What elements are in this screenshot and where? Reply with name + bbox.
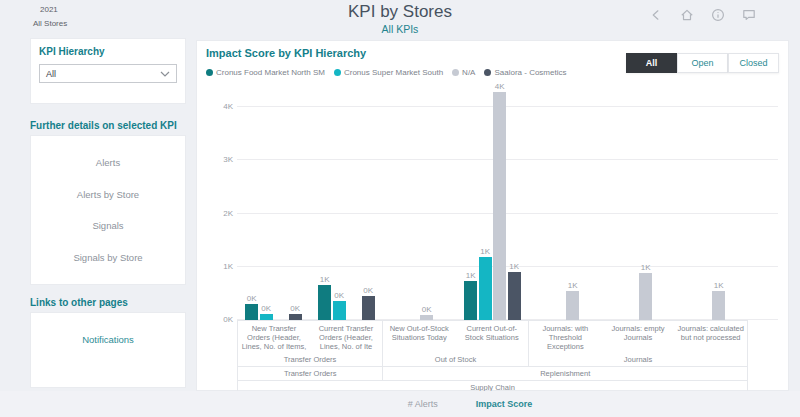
bar-value-label: 1K <box>568 281 578 290</box>
bar-slot: 0K <box>259 304 274 320</box>
header: 2021 All Stores KPI by Stores All KPIs <box>0 0 800 38</box>
detail-link-alerts-by-store[interactable]: Alerts by Store <box>31 189 185 200</box>
y-axis-tick-0K: 0K <box>211 315 233 324</box>
bar-slot: 0K <box>361 286 376 320</box>
axis-band-label: Out of Stock <box>383 354 528 366</box>
category-label-2: New Out-of-Stock Situations Today <box>383 321 456 354</box>
bar-3-3[interactable] <box>508 272 521 320</box>
bar-value-label: 1K <box>320 275 330 284</box>
bar-2-6[interactable] <box>712 291 725 320</box>
category-label-0: New Transfer Orders (Header, Lines, No. … <box>238 321 310 354</box>
bar-2-4[interactable] <box>566 291 579 320</box>
bar-slot: 1K <box>507 262 522 320</box>
page-subtitle: All KPIs <box>0 23 800 35</box>
detail-link-signals[interactable]: Signals <box>31 220 185 231</box>
legend-dot-icon <box>484 69 491 76</box>
bar-slot: 0K <box>420 305 435 320</box>
category-hierarchy-axis: New Transfer Orders (Header, Lines, No. … <box>237 320 748 396</box>
home-icon[interactable] <box>680 8 694 22</box>
bar-0-0[interactable] <box>245 304 258 320</box>
kpi-hierarchy-dropdown[interactable]: All <box>39 64 177 83</box>
bar-1-3[interactable] <box>479 257 492 320</box>
axis-level1-row: Transfer OrdersReplenishment <box>237 366 748 380</box>
axis-group-transfer-orders: New Transfer Orders (Header, Lines, No. … <box>237 321 383 366</box>
leaf-label-row: New Out-of-Stock Situations TodayCurrent… <box>383 321 528 354</box>
bar-slot: 1K <box>712 281 727 320</box>
impact-score-chart-card: Impact Score by KPI Hierarchy Cronus Foo… <box>196 40 789 391</box>
bar-0-1[interactable] <box>318 285 331 320</box>
bar-slot: 1K <box>478 247 493 320</box>
further-details-card: AlertsAlerts by StoreSignalsSignals by S… <box>30 135 186 285</box>
axis-band-label: Transfer Orders <box>238 354 382 366</box>
legend-dot-icon <box>206 69 213 76</box>
category-label-1: Current Transfer Orders (Header, Lines, … <box>310 321 382 354</box>
back-icon[interactable] <box>650 8 663 22</box>
axis-band-replenishment: Replenishment <box>383 367 747 380</box>
axis-group-out-of-stock: New Out-of-Stock Situations TodayCurrent… <box>383 321 529 366</box>
bar-slot: 1K <box>566 281 581 320</box>
chart-bar-groups: 0K0K0K1K0K0K0K1K1K4K1K1K1K1K <box>237 86 748 320</box>
leaf-label-row: Journals: with Threshold ExceptionsJourn… <box>529 321 747 354</box>
leaf-label-row: New Transfer Orders (Header, Lines, No. … <box>238 321 382 354</box>
legend-item-0[interactable]: Cronus Food Market North SM <box>206 68 325 77</box>
kpi-hierarchy-card: KPI Hierarchy All <box>30 38 186 104</box>
footer-tab--alerts[interactable]: # Alerts <box>408 399 438 409</box>
y-axis-tick-4K: 4K <box>211 102 233 111</box>
bar-value-label: 0K <box>363 286 373 295</box>
category-label-6: Journals: calculated but not processed <box>674 321 747 354</box>
filter-button-all[interactable]: All <box>626 53 677 73</box>
bar-slot: 0K <box>288 304 303 320</box>
bar-slot: 1K <box>639 263 654 320</box>
filter-button-open[interactable]: Open <box>677 53 728 73</box>
y-axis-tick-1K: 1K <box>211 262 233 271</box>
bar-value-label: 0K <box>247 294 257 303</box>
chevron-down-icon <box>160 71 170 77</box>
links-title: Links to other pages <box>30 297 186 308</box>
bar-slot: 1K <box>318 275 333 320</box>
axis-group-journals: Journals: with Threshold ExceptionsJourn… <box>529 321 748 366</box>
bar-value-label: 1K <box>480 247 490 256</box>
legend-dot-icon <box>334 69 341 76</box>
info-icon[interactable] <box>711 8 725 22</box>
bar-value-label: 0K <box>334 291 344 300</box>
bar-value-label: 4K <box>495 82 505 91</box>
bar-group-2: 0K <box>383 86 456 320</box>
comment-icon[interactable] <box>742 8 756 22</box>
footer-tab-bar: # AlertsImpact Score <box>0 391 800 417</box>
bar-value-label: 0K <box>261 304 271 313</box>
legend-item-2[interactable]: N/A <box>452 68 475 77</box>
legend-label: Saalora - Cosmetics <box>494 68 566 77</box>
bar-slot: 0K <box>245 294 260 320</box>
bar-2-5[interactable] <box>639 273 652 320</box>
chart-plot-area: 0K1K2K3K4K 0K0K0K1K0K0K0K1K1K4K1K1K1K1K <box>237 86 778 320</box>
bar-group-6: 1K <box>675 86 748 320</box>
category-label-3: Current Out-of-Stock Situations <box>456 321 529 354</box>
bar-value-label: 1K <box>641 263 651 272</box>
bar-3-1[interactable] <box>362 296 375 320</box>
bar-2-3[interactable] <box>493 92 506 320</box>
bar-group-3: 1K1K4K1K <box>456 86 529 320</box>
bar-slot: 4K <box>493 82 508 320</box>
kpi-hierarchy-title: KPI Hierarchy <box>39 46 177 57</box>
kpi-hierarchy-selected-value: All <box>46 69 56 79</box>
axis-band-transfer-orders: Transfer Orders <box>238 367 383 380</box>
link-notifications[interactable]: Notifications <box>31 334 185 345</box>
bar-group-4: 1K <box>529 86 602 320</box>
category-label-4: Journals: with Threshold Exceptions <box>529 321 602 354</box>
detail-link-alerts[interactable]: Alerts <box>31 157 185 168</box>
filter-button-closed[interactable]: Closed <box>728 53 779 73</box>
detail-link-signals-by-store[interactable]: Signals by Store <box>31 252 185 263</box>
chart-legend: Cronus Food Market North SMCronus Super … <box>206 68 566 77</box>
bar-1-1[interactable] <box>333 301 346 320</box>
axis-level2-row: New Transfer Orders (Header, Lines, No. … <box>237 321 748 366</box>
bar-slot: 0K <box>332 291 347 320</box>
footer-tabs: # AlertsImpact Score <box>408 399 533 409</box>
legend-item-1[interactable]: Cronus Super Market South <box>334 68 443 77</box>
sidebar: KPI Hierarchy All Further details on sel… <box>30 38 186 388</box>
legend-item-3[interactable]: Saalora - Cosmetics <box>484 68 566 77</box>
axis-band-label: Journals <box>529 354 747 366</box>
bar-0-3[interactable] <box>464 281 477 320</box>
bar-group-1: 1K0K0K <box>310 86 383 320</box>
footer-tab-impact-score[interactable]: Impact Score <box>476 399 533 409</box>
bar-value-label: 1K <box>509 262 519 271</box>
